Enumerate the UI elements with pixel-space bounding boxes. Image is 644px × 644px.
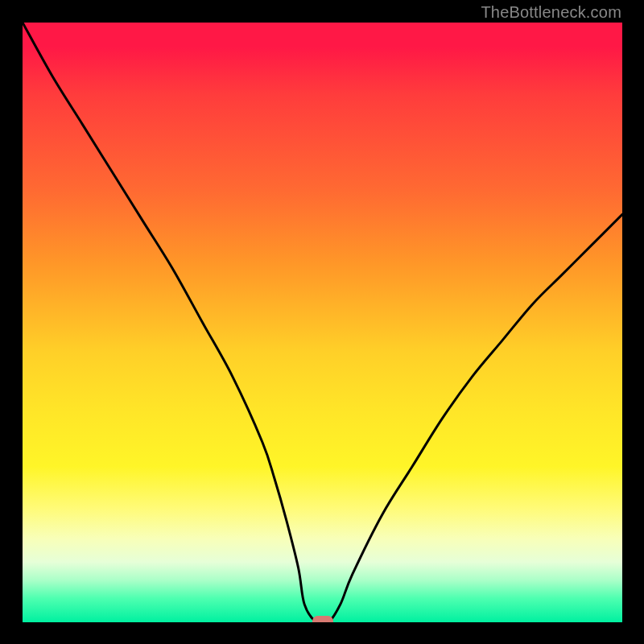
chart-frame: TheBottleneck.com <box>0 0 644 644</box>
watermark-text: TheBottleneck.com <box>481 3 621 22</box>
bottleneck-curve <box>23 23 622 622</box>
minimum-marker <box>312 616 333 622</box>
plot-area <box>23 23 622 622</box>
